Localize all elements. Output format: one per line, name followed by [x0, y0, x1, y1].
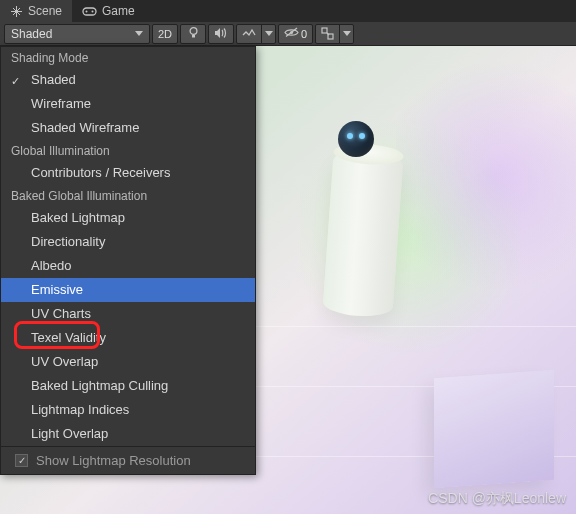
item-lightmap-indices[interactable]: Lightmap Indices [1, 398, 255, 422]
item-contributors-receivers[interactable]: Contributors / Receivers [1, 161, 255, 185]
scene-pedestal [322, 149, 403, 318]
svg-rect-7 [322, 28, 327, 33]
audio-toggle[interactable] [208, 24, 234, 44]
svg-line-9 [327, 33, 329, 35]
gamepad-icon [82, 6, 97, 17]
svg-point-1 [86, 10, 88, 12]
hidden-objects-toggle[interactable]: 0 [278, 24, 313, 44]
item-texel-validity[interactable]: Texel Validity [1, 326, 255, 350]
section-header: Global Illumination [1, 140, 255, 161]
lighting-toggle[interactable] [180, 24, 206, 44]
chevron-down-icon [135, 31, 143, 36]
tab-scene-label: Scene [28, 4, 62, 18]
item-light-overlap[interactable]: Light Overlap [1, 422, 255, 446]
emissive-glow-pink [396, 46, 576, 306]
item-wireframe[interactable]: Wireframe [1, 92, 255, 116]
item-shaded[interactable]: ✓Shaded [1, 68, 255, 92]
lightbulb-icon [188, 26, 199, 41]
scene-toolbar: Shaded 2D 0 [0, 22, 576, 46]
svg-rect-4 [192, 35, 195, 38]
eye-off-icon [284, 27, 299, 40]
button-2d-label: 2D [158, 28, 172, 40]
gizmos-icon [316, 25, 339, 43]
item-shaded-wireframe[interactable]: Shaded Wireframe [1, 116, 255, 140]
tab-game[interactable]: Game [72, 0, 145, 22]
tab-game-label: Game [102, 4, 135, 18]
item-baked-lightmap[interactable]: Baked Lightmap [1, 206, 255, 230]
section-header: Baked Global Illumination [1, 185, 255, 206]
watermark-text: CSDN @亦枫Leonlew [428, 490, 566, 508]
gizmos-dropdown[interactable] [315, 24, 354, 44]
tab-bar: Scene Game [0, 0, 576, 22]
shading-mode-panel: Shading Mode ✓Shaded Wireframe Shaded Wi… [0, 46, 256, 475]
item-uv-overlap[interactable]: UV Overlap [1, 350, 255, 374]
item-uv-charts[interactable]: UV Charts [1, 302, 255, 326]
show-lightmap-label: Show Lightmap Resolution [36, 453, 191, 468]
tab-scene[interactable]: Scene [0, 0, 72, 22]
check-icon: ✓ [11, 72, 20, 90]
effects-icon [237, 25, 261, 43]
svg-point-2 [92, 10, 94, 12]
svg-point-3 [190, 28, 197, 35]
scene-robot-orb [338, 121, 374, 157]
shading-mode-dropdown[interactable]: Shaded [4, 24, 150, 44]
button-2d[interactable]: 2D [152, 24, 178, 44]
chevron-down-icon [265, 31, 273, 36]
section-header: Shading Mode [1, 47, 255, 68]
hidden-count: 0 [301, 28, 307, 40]
effects-dropdown[interactable] [236, 24, 276, 44]
chevron-down-icon [343, 31, 351, 36]
show-lightmap-checkbox[interactable]: ✓ [15, 454, 28, 467]
item-directionality[interactable]: Directionality [1, 230, 255, 254]
scene-cube [434, 370, 554, 488]
speaker-icon [214, 27, 228, 41]
shading-mode-value: Shaded [11, 27, 52, 41]
item-baked-lightmap-culling[interactable]: Baked Lightmap Culling [1, 374, 255, 398]
panel-footer: ✓ Show Lightmap Resolution [1, 446, 255, 474]
svg-rect-0 [83, 8, 96, 15]
scene-icon [10, 5, 23, 18]
item-albedo[interactable]: Albedo [1, 254, 255, 278]
item-emissive[interactable]: Emissive [1, 278, 255, 302]
